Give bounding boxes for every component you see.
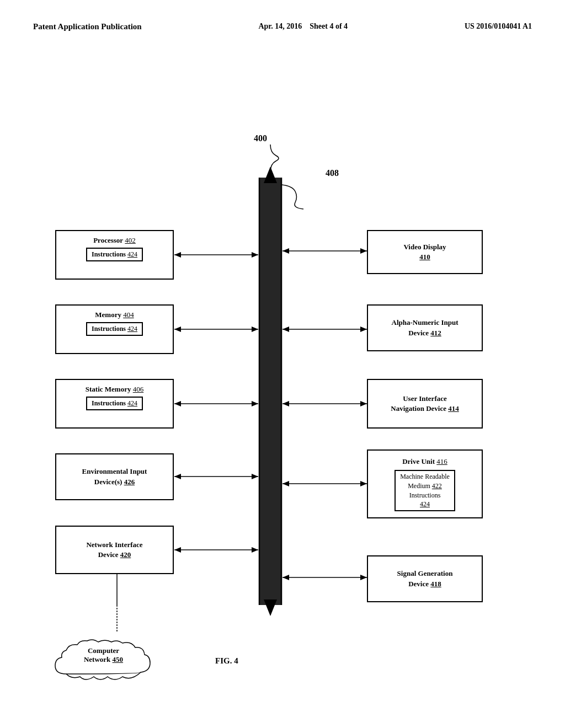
processor-box: Processor 402 Instructions 424 [55, 230, 174, 280]
svg-marker-13 [252, 401, 258, 406]
svg-marker-33 [360, 481, 367, 486]
svg-marker-7 [252, 252, 258, 258]
env-input-box: Environmental Input Device(s) 426 [55, 453, 174, 500]
processor-instructions: Instructions 424 [86, 248, 143, 261]
svg-marker-29 [282, 401, 289, 406]
alpha-numeric-box: Alpha-Numeric Input Device 412 [367, 304, 483, 351]
svg-marker-12 [174, 401, 181, 406]
svg-marker-23 [282, 248, 289, 254]
header-date-sheet: Apr. 14, 2016 Sheet 4 of 4 [258, 22, 348, 31]
svg-marker-36 [360, 575, 367, 580]
video-display-title: Video Display 410 [403, 242, 446, 262]
video-display-box: Video Display 410 [367, 230, 483, 274]
label-400: 400 [254, 133, 267, 143]
static-memory-box: Static Memory 406 Instructions 424 [55, 379, 174, 429]
computer-network-label: Computer Network 450 [50, 646, 157, 664]
ui-nav-box: User Interface Navigation Device 414 [367, 379, 483, 429]
signal-gen-box: Signal Generation Device 418 [367, 555, 483, 602]
svg-marker-15 [174, 474, 181, 479]
patent-number: US 2016/0104041 A1 [465, 22, 532, 31]
memory-title: Memory 404 [62, 310, 167, 320]
svg-marker-16 [252, 474, 258, 479]
svg-marker-19 [252, 547, 258, 553]
alpha-numeric-title: Alpha-Numeric Input Device 412 [392, 318, 459, 338]
label-408: 408 [326, 168, 339, 178]
svg-marker-30 [360, 401, 367, 406]
network-interface-title: Network Interface Device 420 [86, 540, 142, 560]
svg-marker-27 [360, 326, 367, 332]
drive-unit-box: Drive Unit 416 Machine Readable Medium 4… [367, 449, 483, 518]
static-memory-title: Static Memory 406 [62, 384, 167, 394]
svg-marker-24 [360, 248, 367, 254]
memory-box: Memory 404 Instructions 424 [55, 304, 174, 354]
computer-network-cloud: Computer Network 450 [50, 635, 157, 688]
diagram-area: 400 408 [0, 48, 565, 699]
svg-marker-9 [174, 326, 181, 332]
svg-marker-18 [174, 547, 181, 553]
svg-marker-4 [264, 599, 277, 616]
svg-marker-10 [252, 326, 258, 332]
svg-marker-26 [282, 326, 289, 332]
processor-title: Processor 402 [62, 235, 167, 245]
svg-marker-6 [174, 252, 181, 258]
svg-marker-32 [282, 481, 289, 486]
publication-title: Patent Application Publication [33, 22, 142, 31]
drive-unit-inner: Machine Readable Medium 422 Instructions… [395, 470, 455, 511]
static-memory-instructions: Instructions 424 [86, 397, 143, 410]
ui-nav-title: User Interface Navigation Device 414 [391, 394, 459, 414]
memory-instructions: Instructions 424 [86, 322, 143, 336]
svg-rect-2 [259, 178, 281, 605]
signal-gen-title: Signal Generation Device 418 [397, 569, 453, 588]
fig-label: FIG. 4 [215, 656, 238, 666]
network-interface-box: Network Interface Device 420 [55, 526, 174, 574]
svg-marker-3 [264, 167, 277, 183]
env-input-title: Environmental Input Device(s) 426 [82, 467, 147, 486]
svg-marker-35 [282, 575, 289, 580]
drive-unit-title: Drive Unit 416 [402, 457, 447, 467]
